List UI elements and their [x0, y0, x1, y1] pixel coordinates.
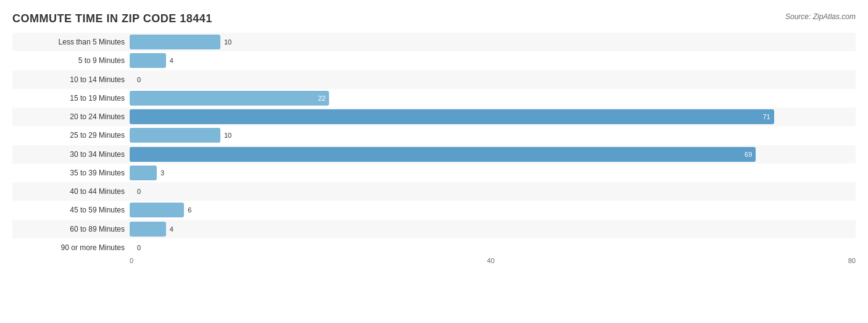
bar-value: 10: [224, 132, 232, 139]
chart-body: Less than 5 Minutes105 to 9 Minutes410 t…: [12, 33, 856, 275]
bar-fill: [130, 203, 184, 217]
bar-track: 71: [130, 109, 856, 124]
bar-label: 30 to 34 Minutes: [12, 150, 130, 159]
bar-fill: [130, 128, 220, 143]
bar-fill: 69: [130, 147, 756, 162]
bar-value: 71: [762, 113, 770, 120]
x-axis-label: 80: [848, 257, 856, 264]
bar-fill: [130, 35, 220, 49]
bar-label: 35 to 39 Minutes: [12, 169, 130, 177]
bar-track: 10: [130, 128, 856, 143]
x-axis: 04080: [130, 257, 856, 275]
bar-fill: [130, 222, 166, 237]
chart-title: COMMUTE TIME IN ZIP CODE 18441: [12, 12, 212, 25]
bar-label: 20 to 24 Minutes: [12, 112, 130, 121]
bar-value: 10: [224, 38, 232, 46]
bar-row: 30 to 34 Minutes69: [12, 145, 856, 164]
bar-track: 4: [130, 222, 856, 237]
bar-label: 25 to 29 Minutes: [12, 131, 130, 140]
bar-label: 5 to 9 Minutes: [12, 56, 130, 65]
bar-value-zero: 0: [137, 76, 141, 83]
bar-track: 3: [130, 166, 856, 180]
bar-row: 5 to 9 Minutes4: [12, 51, 856, 70]
bar-label: 45 to 59 Minutes: [12, 206, 130, 214]
bar-row: 25 to 29 Minutes10: [12, 126, 856, 145]
bar-track: 0: [130, 240, 856, 255]
bar-value: 6: [188, 206, 191, 214]
bar-value-zero: 0: [137, 244, 141, 251]
bar-label: 90 or more Minutes: [12, 243, 130, 252]
bar-row: Less than 5 Minutes10: [12, 33, 856, 51]
bar-row: 35 to 39 Minutes3: [12, 164, 856, 182]
bar-value: 3: [161, 169, 164, 177]
x-axis-label: 0: [130, 257, 133, 264]
bar-row: 10 to 14 Minutes0: [12, 70, 856, 89]
chart-header: COMMUTE TIME IN ZIP CODE 18441 Source: Z…: [12, 12, 856, 25]
x-axis-label: 40: [487, 257, 495, 264]
bar-row: 20 to 24 Minutes71: [12, 107, 856, 126]
bar-value: 4: [170, 225, 173, 233]
bar-label: 10 to 14 Minutes: [12, 75, 130, 84]
bar-row: 45 to 59 Minutes6: [12, 201, 856, 219]
bar-fill: 71: [130, 109, 774, 124]
bar-row: 90 or more Minutes0: [12, 238, 856, 257]
bar-track: 4: [130, 53, 856, 68]
bar-value-zero: 0: [137, 188, 141, 195]
bar-row: 60 to 89 Minutes4: [12, 220, 856, 238]
bar-fill: [130, 53, 166, 68]
bar-track: 0: [130, 72, 856, 87]
bar-fill: [130, 166, 157, 180]
bar-value: 22: [318, 94, 325, 102]
bar-track: 22: [130, 91, 856, 106]
bar-label: 60 to 89 Minutes: [12, 225, 130, 233]
bar-label: 15 to 19 Minutes: [12, 94, 130, 103]
bar-track: 6: [130, 203, 856, 217]
bar-value: 69: [745, 151, 752, 158]
bar-fill: 22: [130, 91, 329, 106]
bars-area: Less than 5 Minutes105 to 9 Minutes410 t…: [12, 33, 856, 257]
bar-track: 0: [130, 184, 856, 199]
bar-value: 4: [170, 57, 173, 64]
bar-label: 40 to 44 Minutes: [12, 187, 130, 196]
chart-container: COMMUTE TIME IN ZIP CODE 18441 Source: Z…: [0, 0, 868, 323]
bar-row: 40 to 44 Minutes0: [12, 182, 856, 201]
bar-row: 15 to 19 Minutes22: [12, 89, 856, 107]
bar-track: 10: [130, 35, 856, 49]
bar-label: Less than 5 Minutes: [12, 38, 130, 46]
bar-track: 69: [130, 147, 856, 162]
chart-source: Source: ZipAtlas.com: [785, 12, 856, 21]
